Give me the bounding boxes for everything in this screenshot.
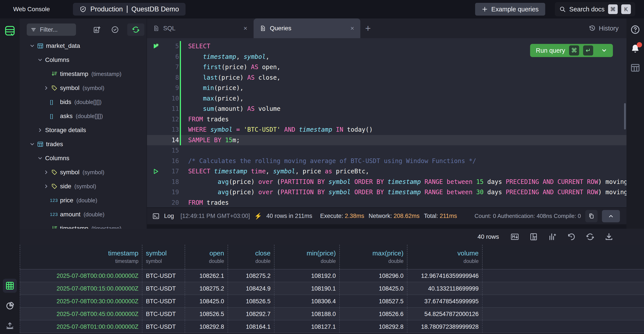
cell-open[interactable]: 108262.1: [185, 269, 228, 282]
chart-icon[interactable]: [548, 232, 557, 241]
cell-max-price-[interactable]: 108425.0: [340, 282, 408, 294]
column-header-timestamp[interactable]: timestamptimestamp: [20, 245, 142, 269]
cell-timestamp[interactable]: 2025-07-08T00:45:00.000000Z: [20, 308, 142, 320]
table-row[interactable]: 2025-07-08T00:45:00.000000ZBTC-USDT10852…: [20, 308, 644, 320]
code-line-19[interactable]: 19 avg(price) over (PARTITION BY symbol …: [147, 187, 626, 198]
environment-badge[interactable]: Production QuestDB Demo: [73, 3, 186, 16]
code-line-10[interactable]: 10 max(price),: [147, 93, 626, 104]
tree-item-trades[interactable]: trades: [20, 137, 146, 151]
tree-item-symbol[interactable]: symbol(symbol): [20, 81, 146, 95]
cell-symbol[interactable]: BTC-USDT: [142, 282, 185, 294]
chevron-right-icon[interactable]: [42, 85, 50, 91]
cell-symbol[interactable]: BTC-USDT: [142, 295, 185, 307]
chevron-down-icon[interactable]: [36, 57, 44, 63]
tree-item-storage-details[interactable]: Storage details: [20, 123, 146, 137]
cell-max-price-[interactable]: 108292.8: [340, 320, 408, 333]
cell-min-price-[interactable]: 108306.4: [274, 295, 340, 307]
cell-timestamp[interactable]: 2025-07-08T00:15:00.000000Z: [20, 282, 142, 294]
results-grid[interactable]: timestamptimestampsymbolsymbolopendouble…: [20, 245, 644, 333]
code-line-11[interactable]: 11 sum(amount) AS volume: [147, 104, 626, 114]
cell-min-price-[interactable]: 108188.0: [274, 308, 340, 320]
markdown-icon[interactable]: [510, 232, 519, 241]
tree-item-market-data[interactable]: market_data: [20, 39, 146, 53]
cell-open[interactable]: 108526.5: [185, 308, 228, 320]
code-line-16[interactable]: 16/* Calculates the rolling moving avera…: [147, 156, 626, 166]
check-circle-icon[interactable]: [111, 26, 119, 34]
chevron-right-icon[interactable]: [42, 184, 50, 189]
tree-item-columns[interactable]: Columns: [20, 151, 146, 165]
run-query-button[interactable]: Run query ⌘ ↵: [530, 44, 613, 57]
add-metrics-icon[interactable]: [93, 26, 101, 34]
cell-open[interactable]: 108275.2: [185, 282, 228, 294]
code-line-8[interactable]: 8 last(price) AS close,: [147, 72, 626, 83]
refresh-schema-button[interactable]: [127, 24, 144, 36]
chevron-right-icon[interactable]: [42, 170, 50, 175]
copy-log-button[interactable]: [585, 210, 598, 222]
notifications-bell-icon[interactable]: [630, 44, 640, 54]
questdb-logo-icon[interactable]: [4, 25, 16, 36]
cell-volume[interactable]: 54.82547872000126: [408, 308, 482, 320]
table-row[interactable]: 2025-07-08T00:00:00.000000ZBTC-USDT10826…: [20, 269, 644, 282]
run-line-marker[interactable]: [147, 43, 165, 50]
chevron-down-icon[interactable]: [28, 141, 36, 147]
code-line-12[interactable]: 12FROM trades: [147, 114, 626, 125]
cell-max-price-[interactable]: 108526.6: [340, 308, 408, 320]
code-line-9[interactable]: 9 min(price),: [147, 83, 626, 93]
history-button[interactable]: History: [589, 25, 618, 32]
column-header-volume[interactable]: volumedouble: [408, 245, 482, 269]
chevron-down-icon[interactable]: [36, 155, 44, 161]
code-line-14[interactable]: 14SAMPLE BY 15m;: [147, 135, 626, 145]
column-header-close[interactable]: closedouble: [228, 245, 274, 269]
collapse-log-button[interactable]: [602, 210, 620, 222]
tab-sql[interactable]: SQL×: [147, 19, 254, 38]
refresh-grid-icon[interactable]: [586, 232, 594, 241]
column-header-min-price-[interactable]: min(price)double: [274, 245, 340, 269]
code-line-17[interactable]: 17SELECT timestamp time, symbol, price a…: [147, 166, 626, 177]
run-line-marker[interactable]: [147, 168, 165, 175]
log-label[interactable]: Log: [164, 213, 174, 219]
code-line-15[interactable]: 15: [147, 145, 626, 156]
cell-volume[interactable]: 40.1332118699999: [408, 282, 482, 294]
column-header-max-price-[interactable]: max(price)double: [340, 245, 408, 269]
tree-item-amount[interactable]: 123amount(double): [20, 207, 146, 221]
chevron-down-icon[interactable]: [601, 47, 607, 54]
tree-item-symbol[interactable]: symbol(symbol): [20, 165, 146, 179]
tree-item-columns[interactable]: Columns: [20, 53, 146, 67]
close-tab-icon[interactable]: ×: [243, 25, 247, 32]
tree-item-side[interactable]: side(symbol): [20, 179, 146, 193]
download-icon[interactable]: [604, 232, 613, 241]
cell-close[interactable]: 108292.7: [228, 308, 274, 320]
filter-input[interactable]: [40, 26, 70, 33]
cell-timestamp[interactable]: 2025-07-08T00:30:00.000000Z: [20, 295, 142, 307]
cell-volume[interactable]: 37.67478545999995: [408, 295, 482, 307]
table-panel-icon[interactable]: [630, 63, 640, 73]
sql-editor[interactable]: 5SELECT6 timestamp, symbol,7 first(price…: [147, 38, 626, 207]
cell-symbol[interactable]: BTC-USDT: [142, 320, 185, 333]
help-icon[interactable]: [630, 25, 640, 35]
cell-timestamp[interactable]: 2025-07-08T00:00:00.000000Z: [20, 269, 142, 282]
editor-scrollbar[interactable]: [624, 103, 626, 129]
cell-close[interactable]: 108164.1: [228, 320, 274, 333]
cell-symbol[interactable]: BTC-USDT: [142, 308, 185, 320]
time-travel-icon[interactable]: [567, 232, 576, 241]
tree-item-asks[interactable]: []asks(double[][]): [20, 109, 146, 123]
import-rail-button[interactable]: [3, 319, 17, 333]
chevron-right-icon[interactable]: [36, 127, 44, 133]
table-row[interactable]: 2025-07-08T01:00:00.000000ZBTC-USDT10829…: [20, 320, 644, 333]
code-line-7[interactable]: 7 first(price) AS open,: [147, 62, 626, 72]
cell-max-price-[interactable]: 108296.0: [340, 269, 408, 282]
close-tab-icon[interactable]: ×: [350, 25, 354, 32]
columns-layout-icon[interactable]: [529, 232, 538, 241]
table-row[interactable]: 2025-07-08T00:30:00.000000ZBTC-USDT10842…: [20, 295, 644, 308]
cell-open[interactable]: 108425.0: [185, 295, 228, 307]
cell-max-price-[interactable]: 108527.5: [340, 295, 408, 307]
code-line-20[interactable]: 20FROM trades: [147, 198, 626, 208]
cell-open[interactable]: 108292.8: [185, 320, 228, 333]
results-grid-rail-button[interactable]: [3, 279, 17, 293]
tree-item-bids[interactable]: []bids(double[][]): [20, 95, 146, 109]
tab-queries[interactable]: Queries×: [254, 19, 360, 38]
cell-volume[interactable]: 18.780972389999928: [408, 320, 482, 333]
cell-symbol[interactable]: BTC-USDT: [142, 269, 185, 282]
cell-min-price-[interactable]: 108190.1: [274, 282, 340, 294]
column-header-symbol[interactable]: symbolsymbol: [142, 245, 185, 269]
